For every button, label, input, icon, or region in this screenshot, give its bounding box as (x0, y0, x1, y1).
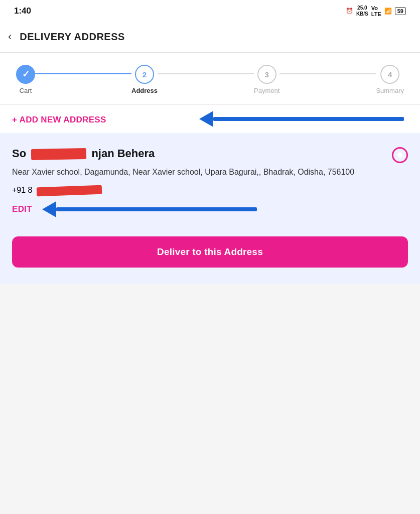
deliver-section: Deliver to this Address (0, 226, 420, 284)
arrowhead-edit-icon (42, 201, 56, 217)
edit-row: EDIT (12, 204, 408, 214)
deliver-button[interactable]: Deliver to this Address (12, 236, 408, 268)
arrow-annotation-top (199, 111, 404, 127)
step-circle-address: 2 (135, 65, 154, 84)
back-button[interactable]: ‹ (8, 30, 12, 43)
step-cart: ✓ Cart (16, 65, 35, 94)
stepper-track: ✓ Cart 2 Address 3 Payment (16, 65, 404, 94)
step-address: 2 Address (131, 65, 158, 94)
phone-prefix: +91 8 (12, 186, 32, 194)
stepper-line-3 (279, 73, 376, 74)
phone-redacted-overlay (37, 185, 102, 196)
edit-button[interactable]: EDIT (12, 204, 32, 214)
add-address-button[interactable]: + ADD NEW ADDRESS (12, 115, 106, 125)
page-header: ‹ DELIVERY ADDRESS (0, 21, 420, 53)
stepper-line-1 (35, 73, 131, 74)
add-address-section: + ADD NEW ADDRESS (0, 105, 420, 133)
name-prefix: So (12, 147, 26, 160)
address-card-inner: So njan Behera Near Xavier school, Dagam… (12, 147, 408, 214)
arrowhead-left-icon (199, 111, 213, 127)
signal-icon: 📶 (384, 8, 392, 15)
battery-indicator: 59 (395, 7, 406, 15)
step-label-payment: Payment (254, 87, 279, 94)
status-time: 1:40 (14, 6, 31, 16)
step-label-cart: Cart (20, 87, 32, 94)
status-right: ⏰ 25.0 KB/S VoLTE 📶 59 (346, 5, 406, 17)
step-label-summary: Summary (376, 87, 404, 94)
address-radio-button[interactable] (392, 147, 408, 163)
stepper-line-2 (158, 73, 254, 74)
address-detail: Near Xavier school, Dagamunda, Near Xavi… (12, 166, 408, 179)
radio-inner (397, 153, 402, 158)
step-circle-cart: ✓ (16, 65, 35, 84)
step-payment: 3 Payment (254, 65, 279, 94)
status-bar: 1:40 ⏰ 25.0 KB/S VoLTE 📶 59 (0, 0, 420, 21)
address-card-section: So njan Behera Near Xavier school, Dagam… (0, 133, 420, 226)
arrow-line-top (213, 117, 404, 121)
checkout-stepper: ✓ Cart 2 Address 3 Payment (0, 53, 420, 105)
alarm-icon: ⏰ (346, 8, 353, 15)
step-circle-payment: 3 (257, 65, 276, 84)
address-name: So njan Behera (12, 147, 408, 160)
arrow-annotation-bottom (42, 201, 257, 217)
page-title: DELIVERY ADDRESS (20, 31, 125, 43)
name-suffix: njan Behera (91, 147, 155, 160)
network-icon: VoLTE (371, 5, 381, 17)
step-circle-summary: 4 (380, 65, 399, 84)
name-redacted-overlay (31, 148, 86, 160)
step-label-address: Address (131, 87, 158, 94)
step-summary: 4 Summary (376, 65, 404, 94)
speed-info: 25.0 KB/S (356, 5, 368, 17)
address-phone-row: +91 8 (12, 186, 408, 195)
arrow-line-bottom (56, 207, 257, 211)
check-icon: ✓ (22, 69, 30, 80)
